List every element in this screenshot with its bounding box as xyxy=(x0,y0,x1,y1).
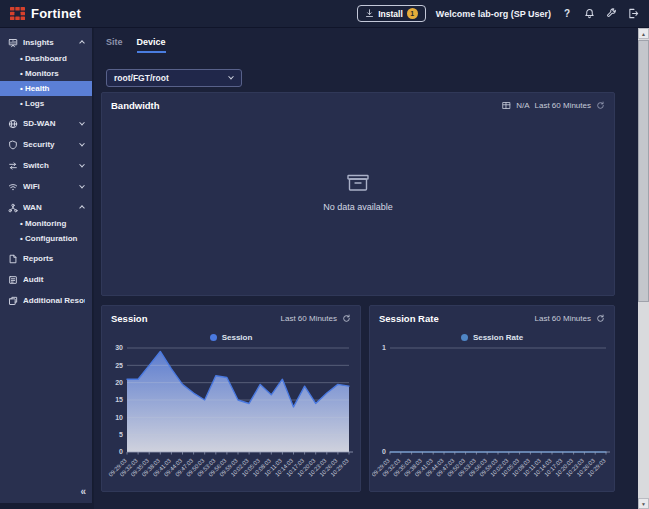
install-button[interactable]: Install 1 xyxy=(357,5,426,22)
bandwidth-na-value: N/A xyxy=(516,101,529,110)
top-header: Fortinet Install 1 Welcome lab-org (SP U… xyxy=(0,0,649,28)
install-label: Install xyxy=(378,9,403,19)
bandwidth-title: Bandwidth xyxy=(111,100,160,111)
sidebar-item-audit[interactable]: Audit xyxy=(0,271,92,288)
chevron-up-icon xyxy=(79,205,85,211)
device-select[interactable]: root/FGT/root xyxy=(106,69,242,87)
sidebar-item-logs[interactable]: Logs xyxy=(0,96,92,111)
chevron-down-icon xyxy=(79,161,85,167)
tools-wrench-icon[interactable] xyxy=(605,8,617,20)
sidebar-item-monitoring[interactable]: Monitoring xyxy=(0,216,92,231)
tab-site[interactable]: Site xyxy=(106,37,123,53)
empty-box-icon xyxy=(347,173,369,193)
session-rate-line-chart: 0109:29:0309:32:0309:35:0309:38:0309:41:… xyxy=(372,342,612,490)
sidebar-item-security[interactable]: Security xyxy=(0,136,92,153)
tab-device[interactable]: Device xyxy=(137,37,166,53)
session-range: Last 60 Minutes xyxy=(281,314,337,323)
fortinet-logo: Fortinet xyxy=(10,6,81,21)
sidebar-collapse-button[interactable]: « xyxy=(80,486,86,497)
wan-network-icon xyxy=(7,203,18,213)
sidebar-nav: Insights Dashboard Monitors Health Logs … xyxy=(0,28,93,503)
sidebar-item-reports[interactable]: Reports xyxy=(0,250,92,267)
refresh-icon[interactable] xyxy=(342,314,351,323)
session-rate-legend-label: Session Rate xyxy=(473,333,523,342)
switch-arrows-icon xyxy=(7,161,18,171)
bandwidth-panel: Bandwidth N/A Last 60 Minutes xyxy=(101,92,615,296)
bandwidth-empty-state: No data available xyxy=(102,173,614,212)
refresh-icon[interactable] xyxy=(596,314,605,323)
svg-text:1: 1 xyxy=(382,344,386,351)
no-data-text: No data available xyxy=(323,202,393,212)
refresh-icon[interactable] xyxy=(596,101,605,110)
install-badge: 1 xyxy=(407,8,418,19)
help-icon[interactable]: ? xyxy=(561,8,573,20)
svg-text:5: 5 xyxy=(119,431,123,438)
grid-icon xyxy=(502,101,511,110)
view-tabs: Site Device xyxy=(94,28,638,53)
session-legend: Session xyxy=(102,333,360,342)
sidebar-item-additional-resources[interactable]: Additional Resources xyxy=(0,292,92,309)
session-panel: Session Last 60 Minutes Session 05101520… xyxy=(101,305,361,492)
chevron-down-icon xyxy=(79,119,85,125)
session-rate-range: Last 60 Minutes xyxy=(535,314,591,323)
session-legend-dot xyxy=(210,334,217,341)
bandwidth-range: Last 60 Minutes xyxy=(535,101,591,110)
scroll-down-arrow-icon[interactable]: ▼ xyxy=(638,498,649,509)
welcome-text: Welcome lab-org (SP User) xyxy=(436,9,551,19)
sidebar-item-wan[interactable]: WAN xyxy=(0,199,92,216)
vertical-scrollbar[interactable]: ▲ ▼ xyxy=(638,28,649,509)
session-legend-label: Session xyxy=(222,333,253,342)
chevron-down-icon xyxy=(79,182,85,188)
sidebar-item-dashboard[interactable]: Dashboard xyxy=(0,51,92,66)
chevron-up-icon xyxy=(79,40,85,46)
sidebar-item-insights[interactable]: Insights xyxy=(0,34,92,51)
sidebar-item-sdwan[interactable]: SD-WAN xyxy=(0,115,92,132)
sidebar-item-monitors[interactable]: Monitors xyxy=(0,66,92,81)
sidebar-item-wifi[interactable]: WiFi xyxy=(0,178,92,195)
sidebar-item-configuration[interactable]: Configuration xyxy=(0,231,92,246)
main-content: Site Device root/FGT/root Bandwidth N/A … xyxy=(94,28,638,509)
svg-text:25: 25 xyxy=(115,362,123,369)
session-rate-legend-dot xyxy=(461,334,468,341)
scrollbar-thumb[interactable] xyxy=(638,40,649,302)
resources-external-icon xyxy=(7,296,18,306)
session-rate-panel: Session Rate Last 60 Minutes Session Rat… xyxy=(369,305,615,492)
audit-list-icon xyxy=(7,275,18,285)
logout-icon[interactable] xyxy=(627,8,639,20)
svg-text:15: 15 xyxy=(115,396,123,403)
sidebar-item-health[interactable]: Health xyxy=(0,81,92,96)
insights-icon xyxy=(7,38,18,48)
session-area-chart: 05101520253009:29:0309:32:0309:35:0309:3… xyxy=(105,342,357,490)
chevron-down-icon xyxy=(228,74,234,80)
sidebar-item-label: Insights xyxy=(23,38,75,47)
svg-text:0: 0 xyxy=(382,448,386,455)
sidebar-item-switch[interactable]: Switch xyxy=(0,157,92,174)
svg-text:20: 20 xyxy=(115,379,123,386)
session-rate-legend: Session Rate xyxy=(370,333,614,342)
svg-text:0: 0 xyxy=(119,448,123,455)
scroll-up-arrow-icon[interactable]: ▲ xyxy=(638,28,649,39)
svg-text:10: 10 xyxy=(115,414,123,421)
chevron-down-icon xyxy=(79,140,85,146)
reports-document-icon xyxy=(7,254,18,264)
svg-text:30: 30 xyxy=(115,344,123,351)
device-select-value: root/FGT/root xyxy=(114,73,169,83)
sdwan-globe-icon xyxy=(7,119,18,129)
brand-name: Fortinet xyxy=(31,6,81,21)
fortinet-logo-icon xyxy=(10,6,25,21)
session-title: Session xyxy=(111,313,147,324)
session-rate-title: Session Rate xyxy=(379,313,439,324)
notifications-bell-icon[interactable] xyxy=(583,8,595,20)
wifi-icon xyxy=(7,182,18,192)
security-shield-icon xyxy=(7,140,18,150)
download-icon xyxy=(365,9,374,18)
